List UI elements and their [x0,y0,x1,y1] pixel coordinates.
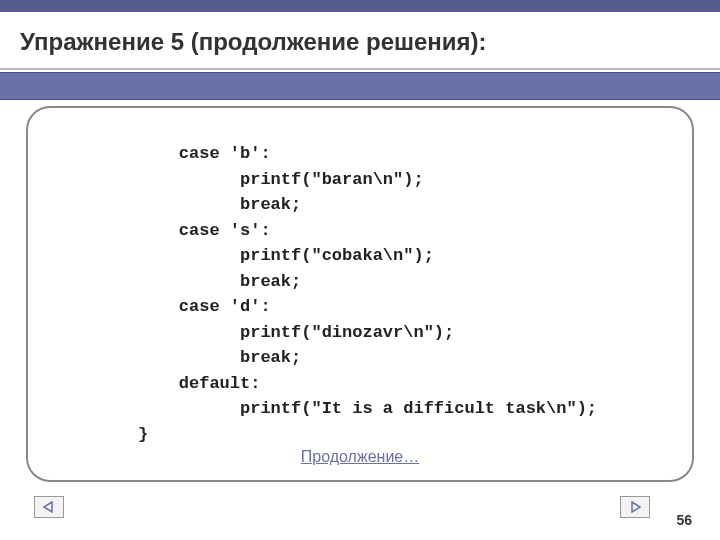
header-bar [0,0,720,12]
color-band [0,72,720,100]
code-block: case 'b': printf("baran\n"); break; case… [138,141,597,447]
content-frame: case 'b': printf("baran\n"); break; case… [26,106,694,482]
divider-line [0,68,720,70]
page-number: 56 [676,512,692,528]
svg-marker-1 [632,502,640,512]
continue-link[interactable]: Продолжение… [301,448,419,466]
arrow-right-icon [628,501,642,513]
prev-button[interactable] [34,496,64,518]
slide-title: Упражнение 5 (продолжение решения): [20,28,487,56]
next-button[interactable] [620,496,650,518]
svg-marker-0 [44,502,52,512]
arrow-left-icon [42,501,56,513]
